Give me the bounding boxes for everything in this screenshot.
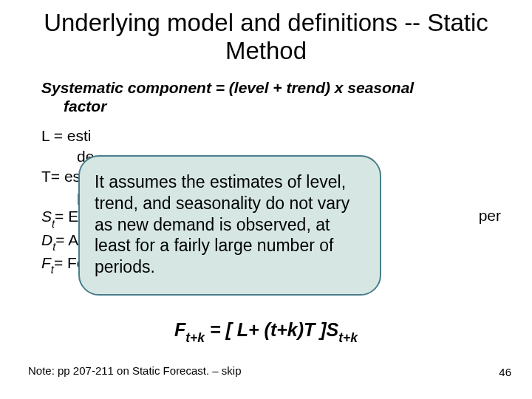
def-Dt-sub: t	[52, 241, 55, 253]
def-St-sym: S	[41, 208, 52, 225]
def-Ft-sym: F	[41, 254, 51, 271]
def-L-text: L = esti	[41, 127, 92, 144]
def-Dt-sym: D	[41, 231, 52, 248]
formula-F: F	[174, 319, 185, 340]
def-Ft-sub: t	[51, 264, 54, 276]
formula-sub2: t+k	[338, 330, 358, 345]
formula-mid: = [ L+ (t+k)T ]S	[205, 319, 338, 340]
callout-box: It assumes the estimates of level, trend…	[78, 155, 381, 296]
subhead-line1: Systematic component = (level + trend) x…	[41, 79, 414, 96]
footnote: Note: pp 207-211 on Static Forecast. – s…	[28, 364, 242, 377]
forecast-formula: Ft+k = [ L+ (t+k)T ]St+k	[0, 319, 532, 344]
def-St-sub: t	[52, 218, 55, 230]
per-fragment: per	[479, 207, 501, 225]
slide: Underlying model and definitions -- Stat…	[0, 0, 532, 399]
callout-text: It assumes the estimates of level, trend…	[95, 172, 349, 276]
subhead-line2: factor	[41, 97, 504, 115]
slide-title: Underlying model and definitions -- Stat…	[28, 9, 504, 65]
page-number: 46	[499, 366, 511, 378]
systematic-component-heading: Systematic component = (level + trend) x…	[28, 78, 504, 115]
formula-sub1: t+k	[185, 330, 205, 345]
